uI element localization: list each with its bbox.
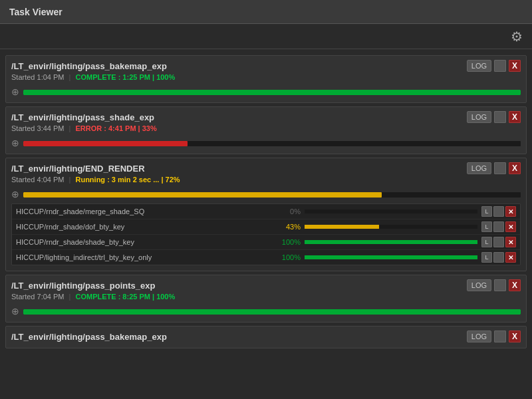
stop-button-4[interactable] — [494, 279, 506, 291]
subtask-pct-2: 43% — [275, 223, 301, 231]
task-card-4: /LT_envir/lighting/pass_points_exp LOG X… — [5, 275, 527, 323]
task-buttons-5: LOG X — [467, 331, 521, 342]
status-text-1: COMPLETE : 1:25 PM | 100% — [75, 73, 175, 81]
started-time-2: 3:44 PM — [37, 124, 65, 132]
close-button-4[interactable]: X — [509, 279, 521, 291]
subtask-row-1: HICCUP/rndr_shade/merge_shade_SQ 0% L ✕ — [12, 204, 520, 219]
subtask-stop-btn-4[interactable] — [493, 252, 504, 263]
subtask-buttons-3: L ✕ — [481, 237, 516, 247]
subtask-stop-btn-1[interactable] — [493, 206, 504, 217]
stop-button-1[interactable] — [494, 60, 506, 72]
subtask-name-2: HICCUP/rndr_shade/dof_bty_key — [16, 223, 275, 231]
task-title-1: /LT_envir/lighting/pass_bakemap_exp — [11, 61, 167, 71]
subtask-close-btn-2[interactable]: ✕ — [505, 221, 516, 232]
log-button-5[interactable]: LOG — [467, 331, 491, 342]
expand-icon-1[interactable]: ⊕ — [11, 86, 19, 97]
task-card-1: /LT_envir/lighting/pass_bakemap_exp LOG … — [5, 55, 527, 103]
subtask-bar-3 — [305, 240, 477, 244]
task-header-3: /LT_envir/lighting/END_RENDER LOG X — [11, 162, 521, 174]
subtask-bar-1 — [305, 209, 477, 213]
gear-icon[interactable]: ⚙ — [511, 29, 523, 45]
progress-bar-4 — [23, 309, 521, 315]
progress-bar-3 — [23, 192, 521, 198]
task-header-1: /LT_envir/lighting/pass_bakemap_exp LOG … — [11, 60, 521, 72]
subtask-bar-2 — [305, 225, 477, 229]
started-label-1: Started — [11, 73, 35, 81]
task-list: /LT_envir/lighting/pass_bakemap_exp LOG … — [0, 49, 532, 399]
task-card-2: /LT_envir/lighting/pass_shade_exp LOG X … — [5, 106, 527, 154]
subtask-log-btn-2[interactable]: L — [481, 221, 492, 232]
top-toolbar: ⚙ — [0, 24, 532, 49]
subtask-buttons-2: L ✕ — [481, 221, 516, 232]
subtask-stop-btn-3[interactable] — [493, 237, 504, 247]
task-buttons-1: LOG X — [467, 60, 521, 72]
log-button-4[interactable]: LOG — [467, 279, 491, 291]
subtask-close-btn-4[interactable]: ✕ — [505, 252, 516, 263]
close-button-2[interactable]: X — [509, 111, 521, 123]
task-header-4: /LT_envir/lighting/pass_points_exp LOG X — [11, 279, 521, 291]
subtask-name-4: HICCUP/lighting_indirect/trl_bty_key_onl… — [16, 253, 275, 261]
subtasks-container-3: HICCUP/rndr_shade/merge_shade_SQ 0% L ✕ … — [11, 203, 521, 265]
subtask-log-btn-3[interactable]: L — [481, 237, 492, 247]
progress-bar-2 — [23, 141, 521, 146]
subtask-pct-1: 0% — [275, 207, 301, 215]
subtask-buttons-4: L ✕ — [481, 252, 516, 263]
close-button-5[interactable]: X — [509, 331, 521, 342]
stop-button-5[interactable] — [494, 331, 506, 342]
progress-fill-1 — [23, 90, 521, 95]
started-time-1: 1:04 PM — [37, 73, 65, 81]
task-header-5: /LT_envir/lighting/pass_bakemap_exp LOG … — [11, 331, 521, 342]
status-text-4: COMPLETE : 8:25 PM | 100% — [75, 293, 175, 301]
subtask-close-btn-3[interactable]: ✕ — [505, 237, 516, 247]
log-button-3[interactable]: LOG — [467, 162, 491, 174]
task-title-3: /LT_envir/lighting/END_RENDER — [11, 164, 145, 174]
subtask-log-btn-1[interactable]: L — [481, 206, 492, 217]
task-status-4: Started 7:04 PM | COMPLETE : 8:25 PM | 1… — [11, 293, 521, 301]
progress-fill-4 — [23, 309, 521, 315]
subtask-row-2: HICCUP/rndr_shade/dof_bty_key 43% L ✕ — [12, 219, 520, 235]
subtask-row-4: HICCUP/lighting_indirect/trl_bty_key_onl… — [12, 250, 520, 265]
stop-button-3[interactable] — [494, 162, 506, 174]
status-text-2: ERROR : 4:41 PM | 33% — [75, 124, 156, 132]
progress-bar-1 — [23, 90, 521, 95]
task-title-5: /LT_envir/lighting/pass_bakemap_exp — [11, 332, 167, 342]
task-status-2: Started 3:44 PM | ERROR : 4:41 PM | 33% — [11, 124, 521, 132]
title-bar: Task Viewer — [0, 0, 532, 24]
subtask-pct-4: 100% — [275, 253, 301, 261]
subtask-stop-btn-2[interactable] — [493, 221, 504, 232]
status-text-3: Running : 3 min 2 sec ... | 72% — [75, 176, 180, 184]
close-button-1[interactable]: X — [509, 60, 521, 72]
subtask-bar-4 — [305, 255, 477, 259]
app-title: Task Viewer — [9, 7, 63, 17]
started-label-2: Started — [11, 124, 35, 132]
started-time-4: 7:04 PM — [37, 293, 65, 301]
subtask-row-3: HICCUP/rndr_shade/shade_bty_key 100% L ✕ — [12, 235, 520, 250]
log-button-1[interactable]: LOG — [467, 60, 491, 72]
subtask-name-1: HICCUP/rndr_shade/merge_shade_SQ — [16, 207, 275, 215]
subtask-pct-3: 100% — [275, 238, 301, 246]
started-time-3: 4:04 PM — [37, 176, 65, 184]
task-buttons-3: LOG X — [467, 162, 521, 174]
subtask-close-btn-1[interactable]: ✕ — [505, 206, 516, 217]
subtask-fill-4 — [305, 255, 477, 259]
subtask-name-3: HICCUP/rndr_shade/shade_bty_key — [16, 238, 275, 246]
expand-icon-2[interactable]: ⊕ — [11, 138, 19, 148]
task-status-1: Started 1:04 PM | COMPLETE : 1:25 PM | 1… — [11, 73, 521, 81]
task-header-2: /LT_envir/lighting/pass_shade_exp LOG X — [11, 111, 521, 123]
task-title-4: /LT_envir/lighting/pass_points_exp — [11, 281, 155, 291]
log-button-2[interactable]: LOG — [467, 111, 491, 123]
subtask-fill-3 — [305, 240, 477, 244]
expand-icon-3[interactable]: ⊕ — [11, 189, 19, 200]
task-buttons-2: LOG X — [467, 111, 521, 123]
started-label-3: Started — [11, 176, 35, 184]
subtask-buttons-1: L ✕ — [481, 206, 516, 217]
expand-icon-4[interactable]: ⊕ — [11, 306, 19, 317]
subtask-log-btn-4[interactable]: L — [481, 252, 492, 263]
task-card-5: /LT_envir/lighting/pass_bakemap_exp LOG … — [5, 326, 527, 348]
subtask-fill-2 — [305, 225, 379, 229]
stop-button-2[interactable] — [494, 111, 506, 123]
progress-fill-3 — [23, 192, 382, 198]
task-title-2: /LT_envir/lighting/pass_shade_exp — [11, 112, 154, 122]
started-label-4: Started — [11, 293, 35, 301]
close-button-3[interactable]: X — [509, 162, 521, 174]
